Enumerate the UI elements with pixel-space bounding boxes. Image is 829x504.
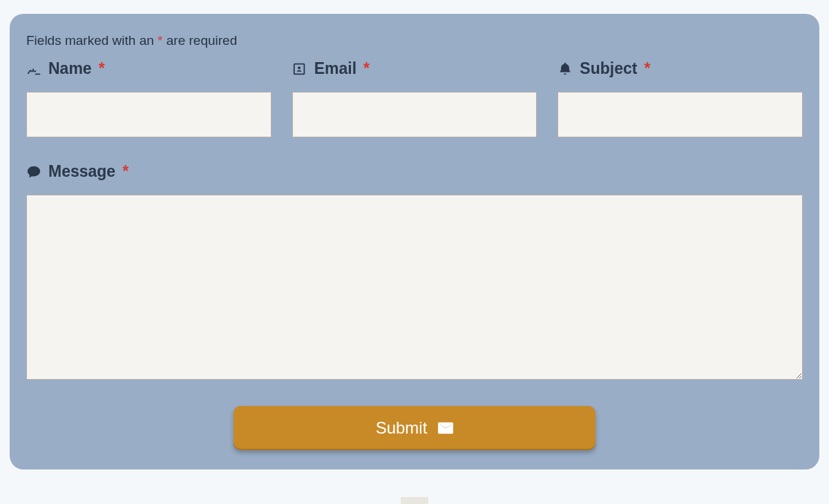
message-textarea[interactable] <box>26 195 803 380</box>
bell-icon <box>558 61 573 77</box>
required-instruction: Fields marked with an * are required <box>26 33 803 48</box>
fields-row: Name * Email * Subject * <box>26 59 803 137</box>
message-label: Message * <box>26 162 803 181</box>
instruction-suffix: are required <box>162 33 237 48</box>
submit-label: Submit <box>376 418 428 438</box>
email-required-mark: * <box>363 59 370 78</box>
contact-form-card: Fields marked with an * are required Nam… <box>10 14 819 469</box>
email-label-text: Email <box>314 59 356 78</box>
contact-card-icon <box>292 61 307 77</box>
subject-input[interactable] <box>558 92 803 137</box>
submit-button[interactable]: Submit <box>234 406 595 450</box>
name-label-text: Name <box>48 59 92 78</box>
submit-wrap: Submit <box>26 406 803 450</box>
message-required-mark: * <box>122 162 128 181</box>
envelope-icon <box>438 422 453 434</box>
name-field-wrap: Name * <box>26 59 271 137</box>
email-field-wrap: Email * <box>292 59 537 137</box>
subject-label-text: Subject <box>580 59 637 78</box>
message-field-wrap: Message * <box>26 162 803 382</box>
email-input[interactable] <box>292 92 537 137</box>
name-required-mark: * <box>99 59 105 78</box>
instruction-prefix: Fields marked with an <box>26 33 158 48</box>
svg-point-1 <box>298 66 301 69</box>
chat-bubble-icon <box>26 164 41 180</box>
subject-field-wrap: Subject * <box>558 59 803 137</box>
email-label: Email * <box>292 59 537 78</box>
signature-icon <box>26 61 41 77</box>
message-label-text: Message <box>48 162 115 181</box>
name-label: Name * <box>26 59 271 78</box>
name-input[interactable] <box>26 92 271 137</box>
subject-required-mark: * <box>644 59 650 78</box>
subject-label: Subject * <box>558 59 803 78</box>
